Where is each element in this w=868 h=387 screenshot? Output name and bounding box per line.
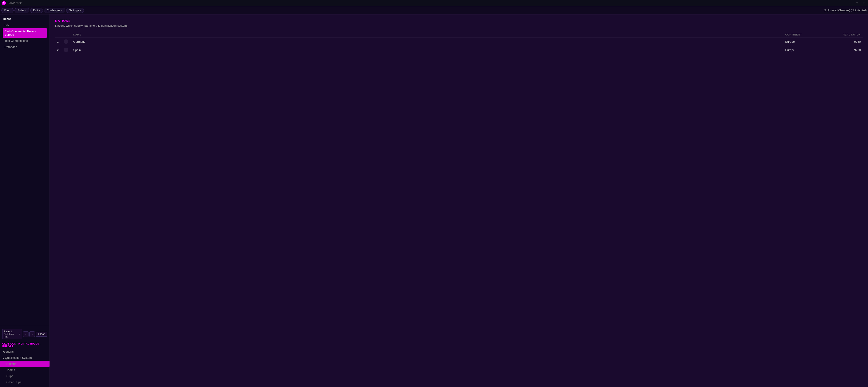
row-num-1: 1	[55, 37, 62, 46]
row-icon-1	[62, 37, 71, 46]
rules-menu-btn[interactable]: Rules ▾	[14, 8, 29, 13]
table-header-row: NAME CONTINENT REPUTATION	[55, 32, 863, 37]
menu-club-continental[interactable]: Club Continental Rules - Europe	[3, 28, 47, 38]
settings-menu-arrow: ▾	[80, 9, 81, 11]
edit-menu-arrow: ▾	[39, 9, 40, 11]
maximize-button[interactable]: □	[855, 0, 859, 6]
row-continent-1: Europe	[783, 37, 829, 46]
recent-db-dropdown[interactable]: Recent Database Re... ▾	[2, 329, 22, 339]
sec-cups[interactable]: Cups	[0, 373, 50, 379]
file-menu-btn[interactable]: File ▾	[1, 8, 13, 13]
col-icon-header	[62, 32, 71, 37]
rules-menu-arrow: ▾	[25, 9, 27, 11]
menu-label: MENU	[3, 18, 47, 20]
window-controls: — □ ✕	[847, 0, 866, 6]
row-reputation-1: 9250	[829, 37, 863, 46]
chevron-down-icon: ∨	[2, 356, 4, 359]
sec-nations[interactable]: Nations	[0, 361, 50, 367]
sec-general[interactable]: General	[0, 349, 50, 355]
menu-bar: File ▾ Rules ▾ Edit ▾ Challenges ▾ Setti…	[0, 6, 868, 14]
col-name-header: NAME	[71, 32, 783, 37]
nav-row: Recent Database Re... ▾ ‹ › Clear	[0, 328, 50, 341]
file-menu-arrow: ▾	[9, 9, 11, 11]
sec-qual[interactable]: ∨ Qualification System	[0, 355, 50, 361]
menu-test-competitions[interactable]: Test Competitions	[3, 38, 47, 44]
row-name-1: Germany	[71, 37, 783, 46]
row-name-2: Spain	[71, 46, 783, 54]
dropdown-arrow-icon: ▾	[19, 333, 21, 336]
table-row[interactable]: 1 Germany Europe 9250	[55, 37, 863, 46]
nav-next-button[interactable]: ›	[29, 331, 35, 337]
unsaved-label: (2 Unsaved Changes) (Not Verified)	[824, 9, 867, 12]
sidebar-bottom: Recent Database Re... ▾ ‹ › Clear CLUB C…	[0, 326, 50, 387]
sidebar: MENU File Club Continental Rules - Europ…	[0, 14, 50, 387]
app-body: MENU File Club Continental Rules - Europ…	[0, 14, 868, 387]
row-continent-2: Europe	[783, 46, 829, 54]
app-title: Editor 2022	[8, 2, 847, 5]
sidebar-menu-section: MENU File Club Continental Rules - Europ…	[0, 14, 50, 52]
challenges-menu-arrow: ▾	[61, 9, 62, 11]
nav-prev-button[interactable]: ‹	[23, 331, 29, 337]
title-bar: 22 Editor 2022 — □ ✕	[0, 0, 868, 6]
col-continent-header: CONTINENT	[783, 32, 829, 37]
row-num-2: 2	[55, 46, 62, 54]
col-reputation-header: REPUTATION	[829, 32, 863, 37]
section-label: CLUB CONTINENTAL RULES - EUROPE	[0, 341, 50, 349]
clear-button[interactable]: Clear	[36, 332, 47, 336]
sec-other-cups[interactable]: Other Cups	[0, 379, 50, 385]
menu-database[interactable]: Database	[3, 44, 47, 50]
minimize-button[interactable]: —	[847, 0, 853, 6]
challenges-menu-btn[interactable]: Challenges ▾	[44, 8, 65, 13]
row-icon-2	[62, 46, 71, 54]
settings-menu-btn[interactable]: Settings ▾	[66, 8, 84, 13]
main-content: NATIONS Nations which supply teams to th…	[50, 14, 868, 387]
close-button[interactable]: ✕	[861, 0, 866, 6]
col-num-header	[55, 32, 62, 37]
row-reputation-2: 9200	[829, 46, 863, 54]
page-desc: Nations which supply teams to this quali…	[55, 24, 863, 27]
menu-file[interactable]: File	[3, 22, 47, 28]
page-title: NATIONS	[55, 19, 863, 23]
nations-table: NAME CONTINENT REPUTATION 1 Germany Euro…	[55, 32, 863, 54]
edit-menu-btn[interactable]: Edit ▾	[30, 8, 43, 13]
table-row[interactable]: 2 Spain Europe 9200	[55, 46, 863, 54]
sec-teams[interactable]: Teams	[0, 367, 50, 373]
app-logo: 22	[2, 1, 6, 5]
